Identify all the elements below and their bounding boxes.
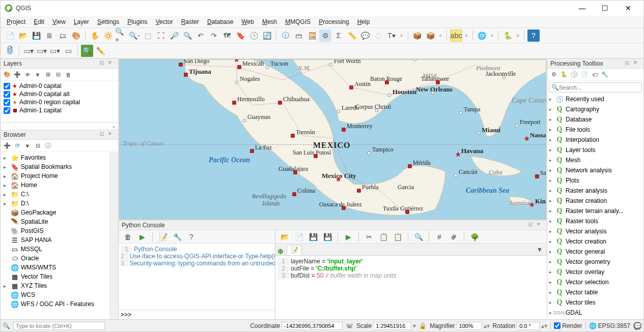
save-project-icon[interactable]: 💾: [30, 29, 42, 42]
layer-item[interactable]: ★Admin-0 capital alt: [3, 90, 116, 98]
layer-visibility-checkbox[interactable]: [4, 99, 10, 106]
scale-input[interactable]: [373, 322, 411, 330]
properties-icon[interactable]: ⓘ: [43, 141, 52, 150]
processing-toolbox-icon[interactable]: ⚙: [319, 29, 331, 42]
toolbox-item[interactable]: ▸QVector creation: [547, 236, 643, 247]
new-geopackage-icon[interactable]: ▭▾: [36, 45, 48, 57]
browser-item[interactable]: ☰SAP HANA: [3, 235, 108, 245]
toolbar-overflow-icon[interactable]: »: [438, 33, 444, 38]
filter-browser-icon[interactable]: ▼: [23, 141, 32, 150]
new-map-view-icon[interactable]: 🗺: [221, 29, 233, 42]
render-checkbox[interactable]: Render: [554, 322, 582, 329]
identify-icon[interactable]: ⓘ: [279, 29, 292, 42]
maximize-button[interactable]: ☐: [594, 1, 617, 16]
toolbox-item[interactable]: ▸QRaster analysis: [547, 186, 643, 196]
toolbox-item[interactable]: ▸QRaster terrain analy...: [547, 206, 643, 216]
crs-button[interactable]: 🌐 EPSG:3857: [589, 322, 630, 329]
zoom-next-icon[interactable]: ↷: [208, 29, 220, 42]
pan-icon[interactable]: ✋: [89, 29, 101, 42]
toolbar-overflow-icon[interactable]: »: [463, 33, 469, 38]
map-tips-icon[interactable]: 💬: [359, 29, 371, 42]
toolbox-item[interactable]: ▸QInterpolation: [547, 135, 643, 145]
statistics-icon[interactable]: Σ: [332, 29, 345, 42]
attribute-table-icon[interactable]: 🗃: [293, 29, 305, 42]
options-icon[interactable]: 🔧: [171, 231, 183, 243]
run-script-icon[interactable]: ▶: [342, 231, 354, 243]
tab-overflow-icon[interactable]: ▼: [535, 244, 545, 255]
browser-item[interactable]: ⬭Oracle: [3, 254, 108, 263]
messages-icon[interactable]: 💬: [633, 322, 641, 330]
close-panel-icon[interactable]: ✕: [537, 222, 544, 229]
open-project-icon[interactable]: 📂: [17, 29, 29, 42]
refresh-icon[interactable]: 🔄: [261, 29, 273, 42]
comment-icon[interactable]: #: [433, 231, 445, 243]
text-annotation-icon[interactable]: T▾: [385, 29, 398, 42]
zoom-last-icon[interactable]: ↶: [194, 29, 207, 42]
locator-input[interactable]: [13, 322, 105, 330]
edit-features-icon[interactable]: 🏷: [590, 70, 599, 79]
plugin-icon-2[interactable]: ✏️: [94, 45, 106, 57]
python-history[interactable]: 1Python·Console2Use·iface·to·access·QGIS…: [119, 244, 275, 310]
toolbox-item[interactable]: ▸QVector overlay: [547, 267, 643, 277]
label-icon[interactable]: abc: [450, 29, 462, 42]
close-panel-icon[interactable]: ✕: [633, 60, 640, 67]
menu-help[interactable]: Help: [353, 17, 374, 26]
menu-project[interactable]: Project: [3, 17, 30, 26]
manage-themes-icon[interactable]: 👁: [23, 70, 32, 79]
uncomment-icon[interactable]: #̷: [447, 231, 460, 243]
toolbar-overflow-icon[interactable]: »: [489, 33, 495, 38]
copy-icon[interactable]: 📋: [377, 231, 389, 243]
object-inspector-icon[interactable]: 🌳: [468, 231, 481, 243]
menu-processing[interactable]: Processing: [315, 17, 353, 26]
undock-icon[interactable]: ◱: [625, 60, 632, 67]
layer-item[interactable]: ★Admin-0 capital: [3, 82, 116, 90]
new-layout-icon[interactable]: 🗎: [43, 29, 55, 42]
filter-legend-icon[interactable]: ▼: [33, 70, 42, 79]
cut-icon[interactable]: ✂: [363, 231, 375, 243]
python-console-icon[interactable]: 🐍: [501, 29, 514, 42]
toolbox-item[interactable]: ▸QVector tiles: [547, 297, 643, 308]
browser-item[interactable]: ▸🏠Home: [3, 180, 108, 190]
map-canvas[interactable]: Tropic of Cancer Pacific OceanCaribbean …: [119, 59, 546, 220]
python-editor[interactable]: 1layerName = 'input_layer'2outFile = 'C:…: [275, 256, 547, 319]
toolbar-overflow-icon[interactable]: »: [515, 33, 521, 38]
web-icon[interactable]: 🌐: [476, 29, 488, 42]
menu-mesh[interactable]: Mesh: [258, 17, 281, 26]
toolbox-item[interactable]: ▸GDALGDAL: [547, 308, 643, 318]
minimize-button[interactable]: —: [571, 1, 594, 16]
options-toolbox-icon[interactable]: 🔧: [600, 70, 609, 79]
toolbox-item[interactable]: ▸QMesh: [547, 155, 643, 165]
toolbox-item[interactable]: ▸QVector general: [547, 247, 643, 257]
browser-item[interactable]: ▸▦XYZ Tiles: [3, 281, 108, 290]
save-script-icon[interactable]: 💾: [307, 231, 319, 243]
browser-item[interactable]: 🌐WMS/WMTS: [3, 263, 108, 272]
show-editor-icon[interactable]: 📝: [157, 231, 169, 243]
zoom-out-icon[interactable]: 🔍-: [128, 29, 141, 42]
save-edits-icon[interactable]: 📦: [425, 29, 437, 42]
browser-scrollbar[interactable]: [110, 152, 118, 319]
lock-scale-icon[interactable]: 🔒: [419, 322, 427, 329]
menu-web[interactable]: Web: [237, 17, 258, 26]
run-command-icon[interactable]: ▶: [136, 231, 148, 243]
new-memory-icon[interactable]: ▭: [62, 45, 74, 57]
results-icon[interactable]: 📄: [580, 70, 589, 79]
toolbox-item[interactable]: ▸QVector analysis: [547, 226, 643, 236]
toolbox-item[interactable]: ▸QFile tools: [547, 125, 643, 135]
new-project-icon[interactable]: 📄: [4, 29, 16, 42]
temporal-icon[interactable]: 🕓: [247, 29, 260, 42]
zoom-native-icon[interactable]: ⬚: [142, 29, 154, 42]
zoom-full-icon[interactable]: ⛶: [155, 29, 167, 42]
undock-icon[interactable]: ◱: [100, 60, 107, 67]
pan-selection-icon[interactable]: 🔆: [102, 29, 114, 42]
layer-styling-icon[interactable]: 🎨: [3, 70, 12, 79]
style-manager-icon[interactable]: 🎨: [70, 29, 82, 42]
toolbar-overflow-icon[interactable]: »: [399, 33, 405, 38]
history-icon[interactable]: 🕓: [570, 70, 579, 79]
menu-mmqgis[interactable]: MMQGIS: [281, 17, 315, 26]
model-icon[interactable]: ⚙: [549, 70, 558, 79]
browser-item[interactable]: 🐘PostGIS: [3, 226, 108, 235]
layer-visibility-checkbox[interactable]: [4, 107, 10, 114]
toolbox-item[interactable]: ▸QVector table: [547, 287, 643, 297]
plugin-icon-1[interactable]: 🔍: [81, 45, 93, 57]
new-bookmark-icon[interactable]: 🔖: [234, 29, 246, 42]
